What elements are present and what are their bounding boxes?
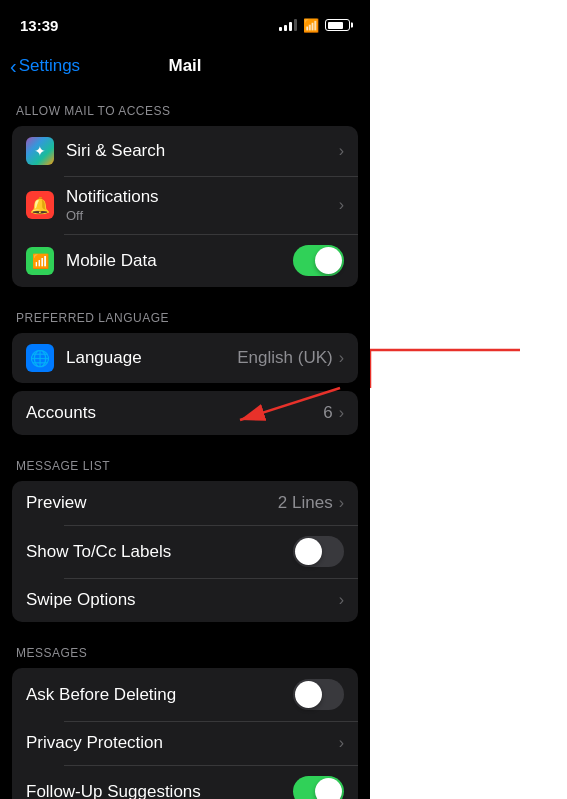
section-messages-label: MESSAGES	[0, 630, 370, 668]
ask-before-deleting-row[interactable]: Ask Before Deleting	[12, 668, 358, 721]
privacy-protection-title: Privacy Protection	[26, 733, 339, 753]
back-button[interactable]: ‹ Settings	[10, 55, 80, 78]
ask-before-deleting-toggle[interactable]	[293, 679, 344, 710]
show-tocc-row[interactable]: Show To/Cc Labels	[12, 525, 358, 578]
notifications-title: Notifications	[66, 187, 339, 207]
language-chevron-icon: ›	[339, 349, 344, 367]
language-row[interactable]: 🌐 Language English (UK) ›	[12, 333, 358, 383]
language-value: English (UK)	[237, 348, 332, 368]
accounts-chevron-icon: ›	[339, 404, 344, 422]
messages-group: Ask Before Deleting Privacy Protection ›…	[12, 668, 358, 799]
allow-mail-group: ✦ Siri & Search › 🔔 Notifications Off › …	[12, 126, 358, 287]
preview-title: Preview	[26, 493, 278, 513]
swipe-options-row[interactable]: Swipe Options ›	[12, 578, 358, 622]
notifications-row[interactable]: 🔔 Notifications Off ›	[12, 176, 358, 234]
language-group: 🌐 Language English (UK) ›	[12, 333, 358, 383]
swipe-options-chevron-icon: ›	[339, 591, 344, 609]
back-chevron-icon: ‹	[10, 55, 17, 78]
siri-search-chevron-icon: ›	[339, 142, 344, 160]
accounts-row[interactable]: Accounts 6 ›	[12, 391, 358, 435]
followup-suggestions-row[interactable]: Follow-Up Suggestions	[12, 765, 358, 799]
privacy-protection-row[interactable]: Privacy Protection ›	[12, 721, 358, 765]
siri-search-row[interactable]: ✦ Siri & Search ›	[12, 126, 358, 176]
language-icon: 🌐	[26, 344, 54, 372]
section-language-label: PREFERRED LANGUAGE	[0, 295, 370, 333]
battery-icon	[325, 19, 350, 31]
notifications-subtitle: Off	[66, 208, 339, 223]
wifi-icon: 📶	[303, 18, 319, 33]
white-area	[370, 0, 567, 799]
privacy-protection-chevron-icon: ›	[339, 734, 344, 752]
show-tocc-title: Show To/Cc Labels	[26, 542, 293, 562]
preview-value: 2 Lines	[278, 493, 333, 513]
mobile-data-title: Mobile Data	[66, 251, 293, 271]
accounts-title: Accounts	[26, 403, 323, 423]
section-message-list-label: MESSAGE LIST	[0, 443, 370, 481]
status-time: 13:39	[20, 17, 58, 34]
mobile-data-toggle[interactable]	[293, 245, 344, 276]
status-bar: 13:39 📶	[0, 0, 370, 44]
show-tocc-toggle[interactable]	[293, 536, 344, 567]
notifications-chevron-icon: ›	[339, 196, 344, 214]
mobile-data-row[interactable]: 📶 Mobile Data	[12, 234, 358, 287]
mobile-data-icon: 📶	[26, 247, 54, 275]
ask-before-deleting-title: Ask Before Deleting	[26, 685, 293, 705]
status-icons: 📶	[279, 18, 350, 33]
accounts-group: Accounts 6 ›	[12, 391, 358, 435]
siri-icon: ✦	[26, 137, 54, 165]
notifications-icon: 🔔	[26, 191, 54, 219]
preview-row[interactable]: Preview 2 Lines ›	[12, 481, 358, 525]
swipe-options-title: Swipe Options	[26, 590, 339, 610]
page-title: Mail	[168, 56, 201, 76]
section-allow-mail-label: ALLOW MAIL TO ACCESS	[0, 88, 370, 126]
arrow-extension	[370, 0, 567, 799]
nav-bar: ‹ Settings Mail	[0, 44, 370, 88]
followup-suggestions-toggle[interactable]	[293, 776, 344, 799]
signal-icon	[279, 19, 297, 31]
followup-suggestions-title: Follow-Up Suggestions	[26, 782, 293, 800]
message-list-group: Preview 2 Lines › Show To/Cc Labels Swip…	[12, 481, 358, 622]
phone-screen: 13:39 📶 ‹ Settings Mail ALLOW MAIL TO AC…	[0, 0, 370, 799]
siri-search-title: Siri & Search	[66, 141, 339, 161]
preview-chevron-icon: ›	[339, 494, 344, 512]
accounts-value: 6	[323, 403, 332, 423]
back-label: Settings	[19, 56, 80, 76]
language-title: Language	[66, 348, 237, 368]
